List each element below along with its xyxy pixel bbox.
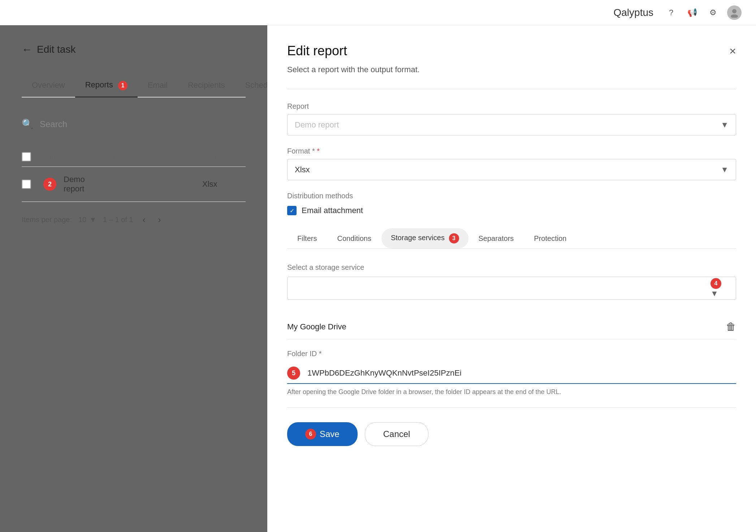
- tab-protection[interactable]: Protection: [524, 229, 576, 248]
- folder-id-input-wrap: 5: [287, 363, 736, 384]
- folder-id-group: Folder ID * 5 After opening the Google D…: [287, 350, 736, 396]
- format-field: Format * Xlsx ▼: [287, 147, 736, 180]
- email-attachment-label: Email attachment: [302, 206, 363, 215]
- format-select-wrap[interactable]: Xlsx ▼: [287, 159, 736, 180]
- folder-id-input[interactable]: [307, 368, 736, 378]
- items-per-page-label: Items per page:: [22, 216, 72, 224]
- modal-tabs: Filters Conditions Storage services 3 Se…: [287, 228, 736, 249]
- row-format: Xlsx: [202, 180, 217, 189]
- tab-separators[interactable]: Separators: [468, 229, 524, 248]
- brand-label: Qalyptus: [614, 7, 654, 18]
- save-label: Save: [320, 429, 340, 439]
- folder-id-label: Folder ID *: [287, 350, 736, 358]
- search-icon: 🔍: [22, 118, 33, 130]
- search-bar: 🔍 Search: [22, 112, 246, 136]
- storage-service-input[interactable]: [288, 277, 736, 299]
- table-row: 2 Demo report Xlsx: [22, 167, 246, 202]
- save-button[interactable]: 6 Save: [287, 422, 358, 446]
- tab-email[interactable]: Email: [138, 74, 178, 96]
- svg-point-0: [732, 9, 736, 13]
- tab-reports[interactable]: Reports 1: [75, 74, 138, 97]
- megaphone-icon[interactable]: 📢: [685, 6, 699, 20]
- table-header: Name Description Form: [22, 147, 246, 167]
- pagination: Items per page: 10 ▼ 1 – 1 of 1 ‹ ›: [22, 213, 246, 227]
- col-header-format: Form: [202, 153, 246, 161]
- report-select[interactable]: Demo report: [288, 114, 736, 135]
- modal-header: Edit report ×: [287, 43, 736, 59]
- report-label: Report: [287, 102, 736, 111]
- per-page-value: 10: [78, 216, 86, 224]
- google-drive-block: My Google Drive 🗑 Folder ID * 5 After op…: [287, 314, 736, 396]
- delete-icon[interactable]: 🗑: [726, 321, 736, 333]
- cancel-button[interactable]: Cancel: [365, 422, 429, 446]
- page-title: Edit task: [37, 44, 75, 55]
- format-label: Format *: [287, 147, 736, 155]
- back-arrow-icon: ←: [22, 43, 33, 56]
- storage-services-badge: 3: [449, 233, 459, 243]
- svg-point-1: [731, 14, 738, 18]
- back-link[interactable]: ← Edit task: [22, 43, 246, 56]
- per-page-select[interactable]: 10 ▼: [78, 216, 96, 224]
- col-header-name: Name: [43, 153, 107, 161]
- report-select-wrap[interactable]: Demo report ▼: [287, 114, 736, 135]
- save-step-badge: 6: [305, 429, 316, 440]
- tab-conditions[interactable]: Conditions: [327, 229, 381, 248]
- google-drive-title: My Google Drive: [287, 322, 346, 332]
- folder-step-badge: 5: [287, 367, 300, 380]
- left-panel: ← Edit task Overview Reports 1 Email Rec…: [0, 25, 267, 532]
- format-select[interactable]: Xlsx: [288, 159, 736, 180]
- edit-report-panel: Edit report × Select a report with the o…: [267, 25, 756, 532]
- per-page-arrow: ▼: [89, 216, 96, 224]
- modal-subtitle: Select a report with the output format.: [287, 65, 736, 74]
- help-icon[interactable]: ?: [664, 6, 678, 20]
- col-header-description: Description: [107, 153, 202, 161]
- tab-recipients[interactable]: Recipients: [178, 74, 235, 96]
- user-avatar[interactable]: [727, 5, 742, 20]
- search-input-label[interactable]: Search: [40, 119, 67, 129]
- storage-service-section: Select a storage service 4 ▼: [287, 263, 736, 300]
- folder-id-hint: After opening the Google Drive folder in…: [287, 388, 736, 396]
- prev-page-button[interactable]: ‹: [139, 213, 148, 227]
- modal-footer: 6 Save Cancel: [287, 407, 736, 446]
- header-checkbox[interactable]: [22, 152, 31, 161]
- tab-overview[interactable]: Overview: [22, 74, 75, 96]
- email-attachment-checkbox[interactable]: ✓: [287, 206, 297, 215]
- modal-title: Edit report: [287, 43, 347, 59]
- email-attachment-row: ✓ Email attachment: [287, 206, 736, 215]
- row-name: Demo report: [64, 175, 107, 194]
- page-info: 1 – 1 of 1: [103, 216, 133, 224]
- tab-storage-services[interactable]: Storage services 3: [381, 228, 468, 248]
- next-page-button[interactable]: ›: [155, 213, 164, 227]
- close-button[interactable]: ×: [729, 44, 736, 58]
- report-field: Report Demo report ▼: [287, 102, 736, 135]
- row-step-badge: 2: [43, 178, 56, 191]
- storage-select-label: Select a storage service: [287, 263, 736, 272]
- settings-icon[interactable]: ⚙: [706, 6, 720, 20]
- divider: [287, 89, 736, 89]
- distribution-methods: Distribution methods ✓ Email attachment: [287, 192, 736, 215]
- storage-service-select-wrap[interactable]: 4 ▼: [287, 277, 736, 300]
- row-checkbox[interactable]: [22, 180, 31, 189]
- reports-badge: 1: [118, 81, 128, 90]
- google-drive-header: My Google Drive 🗑: [287, 314, 736, 339]
- tab-filters[interactable]: Filters: [287, 229, 327, 248]
- distribution-label: Distribution methods: [287, 192, 736, 200]
- tab-row: Overview Reports 1 Email Recipients Sche…: [22, 74, 246, 98]
- topbar: Qalyptus ? 📢 ⚙: [0, 0, 756, 25]
